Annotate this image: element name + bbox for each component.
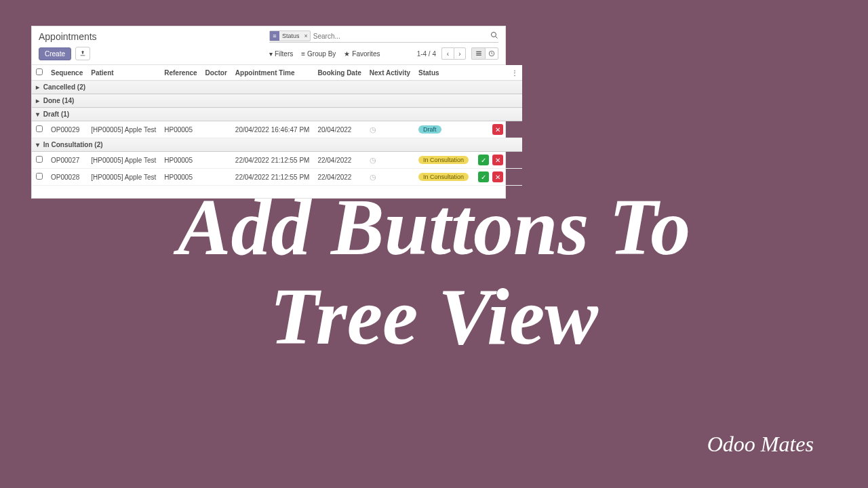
- cell-booking-date: 22/04/2022: [313, 152, 365, 169]
- row-checkbox[interactable]: [36, 156, 43, 163]
- cell-patient: [HP00005] Apple Test: [87, 169, 160, 186]
- cell-sequence: OP00028: [47, 169, 87, 186]
- pager-prev-button[interactable]: ‹: [441, 47, 454, 60]
- search-facet-status[interactable]: ≡ Status ×: [269, 30, 311, 41]
- favorites-button[interactable]: ★ Favorites: [344, 50, 380, 58]
- search-bar[interactable]: ≡ Status ×: [269, 30, 498, 43]
- clock-icon[interactable]: ◷: [370, 125, 376, 134]
- col-patient[interactable]: Patient: [87, 65, 160, 81]
- export-button[interactable]: [75, 47, 90, 60]
- col-appt-time[interactable]: Appointment Time: [231, 65, 314, 81]
- cell-patient: [HP00005] Apple Test: [87, 121, 160, 138]
- cell-booking-date: 20/04/2022: [313, 121, 365, 138]
- row-checkbox[interactable]: [36, 125, 43, 132]
- pager-text[interactable]: 1-4 / 4: [417, 50, 436, 58]
- col-next-activity[interactable]: Next Activity: [366, 65, 414, 81]
- group-by-button[interactable]: ≡ Group By: [301, 50, 336, 58]
- status-badge: In Consultation: [418, 156, 469, 164]
- control-panel-bottom: Create ▾ Filters ≡ Group By ★ Favorites …: [32, 45, 505, 64]
- optional-fields-button[interactable]: ⋮: [507, 65, 522, 81]
- status-badge: Draft: [418, 125, 441, 134]
- group-row-cancelled[interactable]: ▸ Cancelled (2): [32, 81, 522, 94]
- tree-view-table: Sequence Patient Reference Doctor Appoin…: [32, 64, 505, 198]
- col-status[interactable]: Status: [414, 65, 473, 81]
- cell-sequence: OP00029: [47, 121, 87, 138]
- slide-title: Add Buttons To Tree View: [178, 183, 690, 362]
- facet-label: Status: [279, 33, 302, 39]
- group-row-draft[interactable]: ▾ Draft (1): [32, 108, 522, 121]
- caret-down-icon: ▾: [36, 141, 41, 148]
- svg-rect-4: [476, 55, 481, 56]
- group-icon: ≡: [270, 31, 279, 41]
- svg-rect-2: [476, 52, 481, 52]
- list-view-button[interactable]: [471, 47, 485, 60]
- cell-doctor: [201, 121, 231, 138]
- star-icon: ★: [344, 50, 350, 58]
- table-header-row: Sequence Patient Reference Doctor Appoin…: [32, 65, 522, 81]
- caret-right-icon: ▸: [36, 83, 41, 91]
- group-row-done[interactable]: ▸ Done (14): [32, 94, 522, 108]
- search-input[interactable]: [313, 33, 486, 40]
- col-actions: [473, 65, 507, 81]
- cell-reference: HP00005: [160, 121, 201, 138]
- cell-doctor: [201, 152, 231, 169]
- table-row[interactable]: OP00027 [HP00005] Apple Test HP00005 22/…: [32, 152, 522, 169]
- col-doctor[interactable]: Doctor: [201, 65, 231, 81]
- cell-appt-time: 20/04/2022 16:46:47 PM: [231, 121, 314, 138]
- clock-icon[interactable]: ◷: [370, 156, 376, 164]
- delete-row-button[interactable]: ✕: [492, 171, 503, 182]
- confirm-row-button[interactable]: ✓: [478, 171, 489, 182]
- cell-sequence: OP00027: [47, 152, 87, 169]
- svg-point-0: [492, 32, 496, 37]
- col-reference[interactable]: Reference: [160, 65, 201, 81]
- svg-rect-3: [476, 53, 481, 54]
- pager-next-button[interactable]: ›: [454, 47, 466, 60]
- odoo-tree-view-panel: Appointments ≡ Status × Create ▾ Filters: [31, 26, 506, 199]
- breadcrumb: Appointments: [39, 31, 269, 42]
- cell-appt-time: 22/04/2022 21:12:55 PM: [231, 152, 314, 169]
- cell-patient: [HP00005] Apple Test: [87, 152, 160, 169]
- slide-subtitle: Odoo Mates: [707, 432, 814, 457]
- delete-row-button[interactable]: ✕: [492, 155, 503, 165]
- delete-row-button[interactable]: ✕: [492, 124, 503, 135]
- funnel-icon: ▾: [269, 50, 273, 58]
- col-booking-date[interactable]: Booking Date: [313, 65, 365, 81]
- caret-right-icon: ▸: [36, 97, 41, 104]
- row-checkbox[interactable]: [36, 173, 43, 180]
- cell-reference: HP00005: [160, 152, 201, 169]
- status-badge: In Consultation: [418, 173, 469, 181]
- activity-view-button[interactable]: [485, 47, 498, 60]
- view-switcher: [471, 47, 498, 60]
- table-row[interactable]: OP00029 [HP00005] Apple Test HP00005 20/…: [32, 121, 522, 138]
- svg-line-1: [496, 36, 498, 38]
- create-button[interactable]: Create: [39, 47, 71, 60]
- clock-icon[interactable]: ◷: [370, 173, 376, 181]
- control-panel-top: Appointments ≡ Status ×: [32, 26, 505, 45]
- caret-down-icon: ▾: [36, 110, 41, 118]
- search-icon[interactable]: [486, 31, 498, 41]
- confirm-row-button[interactable]: ✓: [478, 155, 489, 165]
- col-sequence[interactable]: Sequence: [47, 65, 87, 81]
- pager-arrows: ‹ ›: [441, 47, 466, 60]
- select-all-checkbox[interactable]: [36, 68, 43, 75]
- close-icon[interactable]: ×: [302, 33, 310, 39]
- group-row-in-consultation[interactable]: ▾ In Consultation (2): [32, 138, 522, 152]
- group-icon: ≡: [301, 50, 305, 58]
- filters-button[interactable]: ▾ Filters: [269, 50, 293, 58]
